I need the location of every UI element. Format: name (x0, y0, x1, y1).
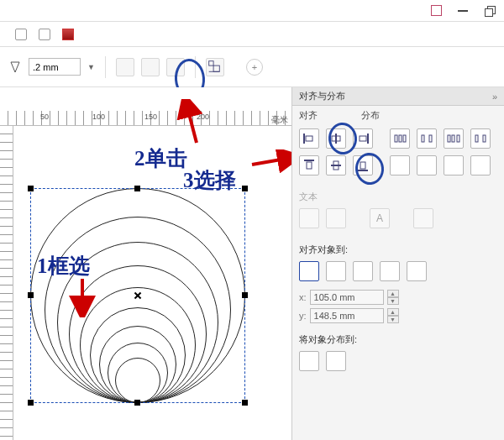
ruler-unit-label: 毫米 (271, 114, 288, 126)
align-to-pagecenter[interactable] (353, 261, 373, 281)
svg-rect-19 (457, 135, 459, 142)
quick-toolbar (0, 22, 504, 47)
svg-rect-7 (306, 136, 312, 141)
distribute-left-button[interactable] (390, 128, 410, 149)
align-hcenter-button[interactable] (326, 128, 346, 149)
section-distribute-to-label: 将对象分布到: (292, 325, 504, 351)
pen-nib-icon[interactable] (8, 60, 22, 74)
svg-rect-23 (307, 162, 312, 169)
add-button[interactable]: + (246, 59, 263, 76)
panel-titlebar[interactable]: 对齐与分布 » (292, 87, 504, 106)
x-spinner[interactable]: ▲▼ (387, 290, 399, 305)
list-icon[interactable] (39, 29, 50, 40)
resize-handle[interactable] (242, 292, 248, 298)
text-baseline-a (299, 208, 319, 228)
ruler-tick: 100 (92, 113, 105, 121)
separator (195, 56, 196, 78)
ruler-horizontal[interactable]: 50 100 150 200 (0, 111, 291, 126)
align-distribute-panel: 对齐与分布 » 对齐 分布 文本 A 对齐对 (291, 87, 504, 440)
align-distribute-button[interactable] (206, 58, 224, 76)
resize-handle[interactable] (242, 186, 248, 191)
svg-rect-18 (452, 135, 454, 142)
svg-rect-21 (483, 135, 486, 142)
x-input[interactable] (310, 290, 384, 305)
section-distribute-label: 分布 (361, 109, 380, 122)
svg-rect-20 (475, 135, 478, 142)
distribute-top-button[interactable] (390, 155, 410, 175)
svg-rect-13 (399, 135, 402, 142)
align-right-button[interactable] (353, 128, 373, 149)
minimize-button[interactable] (457, 5, 469, 17)
svg-rect-12 (395, 135, 397, 142)
align-left-button[interactable] (299, 128, 319, 149)
distribute-to-page[interactable] (326, 351, 346, 371)
section-align-to-label: 对齐对象到: (292, 235, 504, 261)
y-spinner[interactable]: ▲▼ (387, 308, 399, 323)
section-align-label: 对齐 (299, 109, 318, 122)
y-input[interactable] (310, 308, 384, 323)
resize-handle[interactable] (28, 292, 34, 298)
align-top-button[interactable] (299, 155, 319, 175)
resize-handle[interactable] (28, 186, 34, 191)
outline-width-input[interactable] (29, 58, 81, 76)
resize-handle[interactable] (134, 186, 140, 191)
user-avatar-icon[interactable] (430, 5, 442, 17)
svg-rect-27 (360, 162, 365, 169)
separator (105, 56, 106, 78)
distribute-bottom-button[interactable] (470, 155, 491, 175)
restore-button[interactable] (484, 5, 496, 17)
resize-handle[interactable] (134, 400, 140, 406)
drawing-canvas[interactable] (13, 126, 291, 440)
text-outline-a: A (370, 208, 390, 228)
window-titlebar (0, 0, 504, 22)
ruler-vertical[interactable] (0, 126, 13, 440)
align-vcenter-button[interactable] (326, 155, 346, 175)
text-baseline-b (326, 208, 346, 228)
workspace: 50 100 150 200 毫米 (0, 87, 291, 440)
distribute-vspace-button[interactable] (444, 155, 464, 175)
y-label: y: (299, 311, 307, 321)
resize-handle[interactable] (28, 400, 34, 406)
page-icon[interactable] (15, 29, 27, 40)
toolbar-btn-a[interactable] (116, 58, 134, 76)
selection-marquee[interactable] (30, 188, 245, 403)
svg-rect-1 (213, 65, 219, 71)
panel-expand-icon[interactable]: » (492, 92, 497, 102)
svg-rect-15 (422, 135, 424, 142)
svg-rect-11 (360, 136, 366, 141)
dropdown-arrow-icon[interactable]: ▼ (87, 63, 95, 71)
align-bottom-button[interactable] (353, 155, 373, 175)
distribute-right-button[interactable] (470, 128, 491, 149)
toolbar-btn-c[interactable] (166, 58, 185, 76)
panel-title-text: 对齐与分布 (299, 90, 345, 102)
toolbar-btn-b[interactable] (141, 58, 160, 76)
distribute-hspace-button[interactable] (444, 128, 464, 149)
ruler-tick: 50 (40, 113, 49, 121)
ruler-tick: 150 (144, 113, 157, 121)
property-bar: ▼ + (0, 47, 504, 87)
text-outline-b (413, 208, 433, 228)
distribute-hcenter-button[interactable] (417, 128, 437, 149)
svg-rect-17 (448, 135, 450, 142)
svg-rect-14 (403, 135, 406, 142)
distribute-vcenter-button[interactable] (417, 155, 437, 175)
align-to-active[interactable] (299, 261, 319, 281)
resize-handle[interactable] (242, 400, 248, 406)
align-to-point[interactable] (407, 261, 427, 281)
ruler-tick: 200 (197, 113, 209, 121)
distribute-to-selection[interactable] (299, 351, 319, 371)
align-to-page[interactable] (326, 261, 346, 281)
svg-rect-16 (429, 135, 432, 142)
section-text-label: 文本 (292, 182, 504, 208)
align-to-grid[interactable] (380, 261, 400, 281)
svg-rect-0 (209, 60, 213, 65)
presentation-icon[interactable] (62, 29, 74, 40)
x-label: x: (299, 292, 307, 302)
